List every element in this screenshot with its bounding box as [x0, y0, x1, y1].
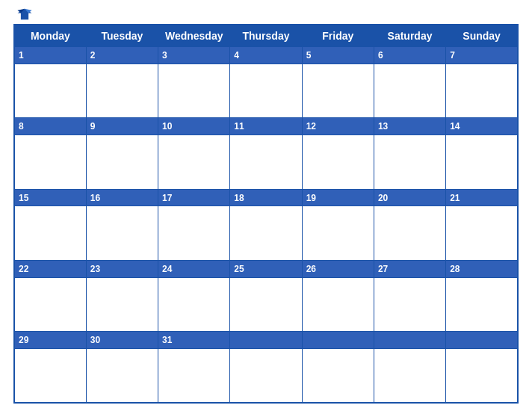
day-num-cell: 16	[86, 189, 158, 206]
day-num-cell	[230, 332, 302, 349]
day-num-cell: 27	[374, 260, 445, 277]
weekday-header-thursday: Thursday	[230, 25, 302, 47]
day-content-cell	[86, 135, 158, 189]
day-content-cell	[158, 206, 230, 260]
weekday-header-row: MondayTuesdayWednesdayThursdayFridaySatu…	[14, 25, 518, 47]
week-num-row-3: 15161718192021	[14, 189, 518, 206]
day-content-cell	[86, 64, 158, 117]
weekday-header-saturday: Saturday	[374, 25, 445, 47]
day-num-cell: 29	[14, 332, 86, 349]
week-content-row-3	[14, 206, 518, 260]
day-num-cell: 6	[374, 47, 445, 64]
week-content-row-5	[14, 349, 518, 403]
day-content-cell	[302, 64, 374, 117]
day-content-cell	[14, 349, 86, 403]
day-num-cell: 4	[230, 47, 302, 64]
day-content-cell	[158, 349, 230, 403]
day-content-cell	[14, 277, 86, 331]
day-content-cell	[14, 64, 86, 117]
logo-bird-icon	[16, 7, 33, 21]
weekday-header-wednesday: Wednesday	[158, 25, 230, 47]
week-num-row-5: 293031	[14, 332, 518, 349]
day-num-cell: 23	[86, 260, 158, 277]
day-num-cell: 26	[302, 260, 374, 277]
logo	[16, 7, 34, 21]
day-content-cell	[446, 64, 518, 117]
day-content-cell	[302, 206, 374, 260]
week-num-row-4: 22232425262728	[14, 260, 518, 277]
day-content-cell	[446, 135, 518, 189]
day-content-cell	[374, 135, 445, 189]
day-content-cell	[302, 277, 374, 331]
day-content-cell	[158, 277, 230, 331]
day-num-cell	[302, 332, 374, 349]
day-num-cell: 11	[230, 118, 302, 135]
week-content-row-2	[14, 135, 518, 189]
day-num-cell: 7	[446, 47, 518, 64]
day-num-cell: 20	[374, 189, 445, 206]
day-num-cell: 19	[302, 189, 374, 206]
day-content-cell	[446, 277, 518, 331]
day-num-cell: 13	[374, 118, 445, 135]
day-num-cell: 31	[158, 332, 230, 349]
day-num-cell: 21	[446, 189, 518, 206]
day-content-cell	[374, 64, 445, 117]
week-content-row-1	[14, 64, 518, 117]
day-content-cell	[374, 349, 445, 403]
weekday-header-tuesday: Tuesday	[86, 25, 158, 47]
day-content-cell	[158, 135, 230, 189]
day-content-cell	[374, 206, 445, 260]
day-content-cell	[374, 277, 445, 331]
day-num-cell: 9	[86, 118, 158, 135]
day-num-cell: 22	[14, 260, 86, 277]
day-num-cell	[446, 332, 518, 349]
week-num-row-1: 1234567	[14, 47, 518, 64]
day-content-cell	[14, 135, 86, 189]
day-content-cell	[158, 64, 230, 117]
day-num-cell: 24	[158, 260, 230, 277]
day-num-cell: 17	[158, 189, 230, 206]
calendar-table: MondayTuesdayWednesdayThursdayFridaySatu…	[13, 24, 519, 404]
week-num-row-2: 891011121314	[14, 118, 518, 135]
day-content-cell	[86, 277, 158, 331]
day-num-cell: 1	[14, 47, 86, 64]
day-content-cell	[86, 206, 158, 260]
day-num-cell: 8	[14, 118, 86, 135]
weekday-header-sunday: Sunday	[446, 25, 518, 47]
day-num-cell	[374, 332, 445, 349]
day-num-cell: 28	[446, 260, 518, 277]
day-num-cell: 30	[86, 332, 158, 349]
day-num-cell: 10	[158, 118, 230, 135]
day-content-cell	[446, 349, 518, 403]
day-num-cell: 5	[302, 47, 374, 64]
weekday-header-monday: Monday	[14, 25, 86, 47]
day-num-cell: 2	[86, 47, 158, 64]
day-content-cell	[230, 277, 302, 331]
day-content-cell	[230, 135, 302, 189]
weekday-header-friday: Friday	[302, 25, 374, 47]
day-content-cell	[446, 206, 518, 260]
day-content-cell	[14, 206, 86, 260]
day-num-cell: 14	[446, 118, 518, 135]
day-content-cell	[302, 135, 374, 189]
day-content-cell	[230, 349, 302, 403]
day-num-cell: 25	[230, 260, 302, 277]
day-num-cell: 3	[158, 47, 230, 64]
week-content-row-4	[14, 277, 518, 331]
day-num-cell: 15	[14, 189, 86, 206]
day-content-cell	[86, 349, 158, 403]
day-num-cell: 12	[302, 118, 374, 135]
day-num-cell: 18	[230, 189, 302, 206]
day-content-cell	[302, 349, 374, 403]
day-content-cell	[230, 206, 302, 260]
day-content-cell	[230, 64, 302, 117]
